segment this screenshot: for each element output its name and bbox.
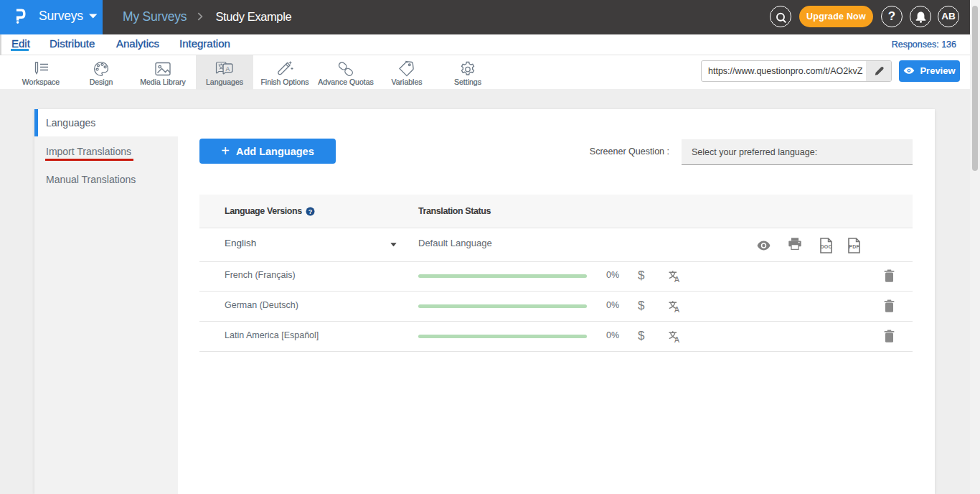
svg-text:DOC: DOC [821,244,832,249]
svg-text:?: ? [308,208,313,215]
svg-text:Surveys: Surveys [39,9,83,23]
svg-text:A: A [674,275,679,284]
svg-text:A: A [226,65,230,73]
svg-text:A: A [674,335,679,344]
svg-text:A: A [674,305,679,314]
svg-text:PDF: PDF [849,244,859,249]
